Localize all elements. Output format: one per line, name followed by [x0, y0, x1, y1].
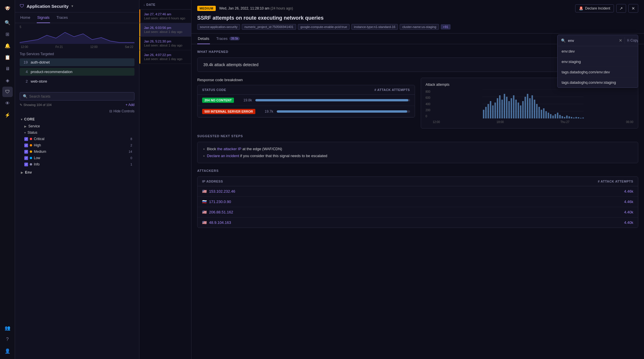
infrastructure-icon[interactable]: 🖥 — [2, 64, 13, 74]
chart-y-max: 5 — [20, 25, 21, 29]
signal-item-2[interactable]: Jan 26, 6:03:56 pm Last seen: about 1 da… — [139, 23, 191, 37]
attackers-title: ATTACKERS — [197, 169, 638, 172]
logo-icon[interactable]: 🐶 — [2, 3, 13, 13]
attacker-ip-4[interactable]: 48.9.104.163 — [209, 220, 624, 225]
attackers-table: IP ADDRESS # ATTACK ATTEMPTS 🇺🇸 153.102.… — [197, 176, 638, 228]
facet-status-header[interactable]: ▾ Status — [20, 129, 134, 136]
status-high-count: 2 — [130, 144, 132, 147]
svg-rect-34 — [548, 113, 549, 118]
svg-rect-26 — [529, 98, 531, 118]
signal-item-1[interactable]: Jan 27, 4:27:46 am Last seen: about 6 ho… — [139, 10, 191, 23]
facet-group-env-header[interactable]: ▶ Env — [20, 169, 134, 176]
svg-rect-8 — [488, 104, 489, 118]
status-low[interactable]: Low 0 — [22, 155, 134, 161]
monitor-icon[interactable]: 🔔 — [2, 40, 13, 51]
tag-pcid[interactable]: google-compute-enable-pcid:true — [298, 24, 350, 30]
chart-x-label-4: Sat 22 — [125, 45, 133, 49]
tag-project-id[interactable]: numeric_project_id:750566941401 — [242, 24, 296, 30]
status-high-checkbox[interactable] — [24, 144, 28, 147]
signal-date-3: Jan 26, 5:21:30 pm — [144, 40, 187, 43]
status-500-badge: 500 INTERNAL SERVER ERROR — [202, 109, 255, 114]
attack-count-500: 19.7k — [259, 109, 273, 114]
autocomplete-search-input[interactable] — [568, 38, 617, 43]
facet-group-core-header[interactable]: ▾ CORE — [20, 116, 134, 123]
autocomplete-clear-button[interactable]: ✕ — [619, 38, 622, 43]
autocomplete-copy-button[interactable]: ⎘ Copy — [625, 37, 638, 44]
declare-incident-link[interactable]: Declare an incident — [207, 154, 239, 158]
tag-instance-type[interactable]: instance-type:n1-standard-16 — [351, 24, 398, 30]
search-icon[interactable]: 🔍 — [2, 17, 13, 28]
svg-rect-44 — [571, 117, 572, 118]
response-table: STATUS CODE # ATTACK ATTEMPTS 204 NO CON… — [197, 85, 415, 118]
help-icon[interactable]: ? — [2, 334, 13, 345]
flag-4: 🇺🇸 — [202, 220, 207, 225]
hide-controls-button[interactable]: ⊟ Hide Controls — [109, 109, 134, 113]
tag-more[interactable]: +91 — [441, 24, 451, 29]
app-header: 🛡 Application Security ▾ — [15, 0, 139, 12]
security-icon[interactable]: 🛡 — [2, 87, 13, 97]
app-chevron-icon[interactable]: ▾ — [71, 4, 73, 8]
integrations-icon[interactable]: ⚡ — [2, 110, 13, 120]
rum-icon[interactable]: 👁 — [2, 98, 13, 109]
service-row-1[interactable]: 19 auth-dotnet — [20, 58, 134, 66]
facet-service-header[interactable]: ▶ Service — [20, 123, 134, 129]
response-breakdown: Response code breakdown STATUS CODE # AT… — [197, 78, 415, 129]
sort-icon[interactable]: ↓ — [143, 3, 145, 6]
apm-icon[interactable]: ◈ — [2, 75, 13, 85]
svg-rect-45 — [573, 118, 575, 118]
close-button[interactable]: ✕ — [628, 4, 638, 13]
tag-cluster[interactable]: cluster-name:us-staging — [400, 24, 439, 30]
status-critical-checkbox[interactable] — [24, 137, 28, 141]
tab-home[interactable]: Home — [20, 12, 31, 23]
attacker-ip-3[interactable]: 206.88.51.162 — [209, 210, 624, 214]
service-count-2: 4 — [22, 70, 28, 74]
tab-details[interactable]: Details — [197, 34, 210, 44]
left-panel: 🛡 Application Security ▾ Home Signals Tr… — [15, 0, 139, 359]
svg-rect-7 — [485, 107, 487, 118]
attacker-ip-2[interactable]: 171.230.0.90 — [209, 200, 624, 204]
status-medium-checkbox[interactable] — [24, 150, 28, 154]
svg-rect-6 — [483, 110, 484, 118]
search-facets-input[interactable] — [29, 94, 131, 98]
attacker-ip-1[interactable]: 153.102.232.46 — [209, 189, 624, 194]
attack-chart-x-labels: 12:00 18:00 Thu 27 06:00 — [433, 120, 633, 124]
dashboard-icon[interactable]: ⊞ — [2, 29, 13, 39]
autocomplete-item-1[interactable]: env:dev — [558, 46, 638, 57]
chart-x-label-3: 12:00 — [90, 45, 97, 49]
status-critical[interactable]: Critical 8 — [22, 136, 134, 142]
attacker-ip-link[interactable]: the attacker IP — [217, 147, 241, 151]
signal-severity-bar-3 — [139, 37, 140, 50]
autocomplete-item-4[interactable]: tags.datadoghq.com/env:staging — [558, 77, 638, 88]
service-row-2[interactable]: 4 product-recommendation — [20, 68, 134, 76]
tab-signals[interactable]: Signals — [37, 12, 50, 23]
status-info[interactable]: Info 1 — [22, 161, 134, 168]
tab-traces[interactable]: Traces — [56, 12, 68, 23]
notebook-icon[interactable]: 📋 — [2, 52, 13, 62]
signal-meta-4: Last seen: about 1 day ago — [144, 57, 187, 61]
attacker-count-3: 4.40k — [624, 210, 633, 214]
add-facet-button[interactable]: + Add — [126, 103, 134, 107]
attackers-section: ATTACKERS IP ADDRESS # ATTACK ATTEMPTS 🇺… — [197, 169, 638, 228]
status-info-checkbox[interactable] — [24, 163, 28, 166]
status-medium[interactable]: Medium 14 — [22, 148, 134, 155]
share-button[interactable]: ↗ — [616, 4, 626, 13]
signal-item-4[interactable]: Jan 26, 4:07:22 pm Last seen: about 1 da… — [139, 50, 191, 64]
attack-chart-svg — [433, 90, 633, 118]
declare-incident-button[interactable]: 🚨 Declare Incident — [575, 4, 614, 12]
svg-rect-35 — [550, 114, 551, 118]
autocomplete-item-3[interactable]: tags.datadoghq.com/env:dev — [558, 67, 638, 77]
response-row-500: 500 INTERNAL SERVER ERROR 19.7k — [198, 106, 415, 117]
svg-rect-14 — [501, 100, 503, 118]
tab-traces[interactable]: Traces 39.5k — [216, 34, 241, 44]
svg-rect-19 — [513, 95, 514, 118]
signal-item-3[interactable]: Jan 26, 5:21:30 pm Last seen: about 1 da… — [139, 37, 191, 50]
status-low-checkbox[interactable] — [24, 156, 28, 160]
autocomplete-item-2[interactable]: env:staging — [558, 57, 638, 67]
tag-source[interactable]: source:application-security — [197, 24, 240, 30]
bullet-icon-2: • — [203, 154, 205, 158]
status-high[interactable]: High 2 — [22, 142, 134, 148]
user-icon[interactable]: 👤 — [2, 346, 13, 356]
service-row-3[interactable]: 2 web-store — [20, 77, 134, 85]
bullet-icon: • — [203, 147, 205, 151]
team-icon[interactable]: 👥 — [2, 323, 13, 333]
